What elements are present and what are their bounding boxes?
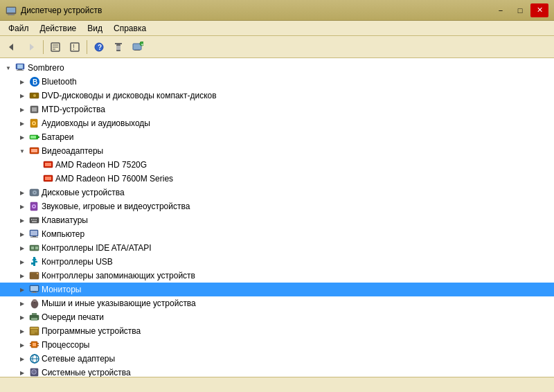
svg-rect-57 <box>30 231 37 235</box>
expander-keyboard[interactable]: ▶ <box>17 215 28 226</box>
expander-audio[interactable]: ▶ <box>17 118 28 129</box>
remove-button[interactable] <box>109 38 127 56</box>
menu-action[interactable]: Действие <box>35 21 82 35</box>
svg-rect-54 <box>35 219 37 220</box>
tree-node-system[interactable]: ▶Системные устройства <box>0 366 554 377</box>
menu-view[interactable]: Вид <box>82 21 108 35</box>
expander-sw[interactable]: ▶ <box>17 326 28 337</box>
svg-marker-5 <box>30 44 34 51</box>
tree-node-computer[interactable]: ▶Компьютер <box>0 227 554 241</box>
tree-node-video[interactable]: ▼Видеоадаптеры <box>0 144 554 158</box>
svg-rect-14 <box>115 43 122 44</box>
icon-audio <box>29 118 40 129</box>
tree-node-printer[interactable]: ▶Очереди печати <box>0 310 554 324</box>
svg-point-47 <box>34 192 35 193</box>
update-button[interactable]: ! <box>66 38 84 56</box>
icon-mtd <box>29 104 40 115</box>
label-computer: Компьютер <box>42 229 84 239</box>
icon-printer <box>29 312 40 323</box>
icon-sound <box>29 201 40 212</box>
icon-keyboard <box>29 215 40 226</box>
tree-node-usb[interactable]: ▶Контроллеры USB <box>0 255 554 269</box>
properties-button[interactable] <box>46 38 64 56</box>
tree-node-sombrero[interactable]: ▼Sombrero <box>0 61 554 75</box>
tree-node-battery[interactable]: ▶Батареи <box>0 130 554 144</box>
expander-system[interactable]: ▶ <box>17 367 28 377</box>
svg-marker-4 <box>9 44 13 51</box>
icon-disk <box>29 187 40 198</box>
menubar: Файл Действие Вид Справка <box>0 21 554 36</box>
tree-node-keyboard[interactable]: ▶Клавиатуры <box>0 213 554 227</box>
tree-node-storage[interactable]: ▶Контроллеры запоминающих устройств <box>0 269 554 283</box>
svg-text:+: + <box>141 42 144 46</box>
tree-node-dvd[interactable]: ▶DVD-дисководы и дисководы компакт-диско… <box>0 89 554 103</box>
help-button[interactable]: ? <box>90 38 108 56</box>
tree-node-sw[interactable]: ▶Программные устройства <box>0 324 554 338</box>
close-button[interactable]: ✕ <box>530 3 548 17</box>
expander-sombrero[interactable]: ▼ <box>3 62 14 73</box>
svg-rect-52 <box>31 219 33 220</box>
svg-rect-65 <box>31 262 34 265</box>
tree-node-cpu[interactable]: ▶Процессоры <box>0 338 554 352</box>
expander-disk[interactable]: ▶ <box>17 187 28 198</box>
scan-button[interactable]: + <box>129 38 147 56</box>
maximize-button[interactable]: □ <box>511 3 529 17</box>
icon-sombrero <box>15 62 26 73</box>
main-content: ▼Sombrero▶BBluetooth▶DVD-дисководы и дис… <box>0 58 554 377</box>
tree-node-disk[interactable]: ▶Дисковые устройства <box>0 186 554 199</box>
expander-network[interactable]: ▶ <box>17 353 28 364</box>
label-network: Сетевые адаптеры <box>42 354 115 364</box>
expander-storage[interactable]: ▶ <box>17 270 28 281</box>
expander-bluetooth[interactable]: ▶ <box>17 76 28 87</box>
menu-help[interactable]: Справка <box>108 21 152 35</box>
tree-node-monitors[interactable]: ▶Мониторы <box>0 283 554 296</box>
titlebar: Диспетчер устройств − □ ✕ <box>0 0 554 21</box>
tree-node-sound[interactable]: ▶Звуковые, игровые и видеоустройства <box>0 199 554 213</box>
expander-computer[interactable]: ▶ <box>17 229 28 240</box>
expander-printer[interactable]: ▶ <box>17 312 28 323</box>
tree-node-mouse[interactable]: ▶Мыши и иные указывающие устройства <box>0 296 554 310</box>
svg-rect-2 <box>9 14 13 15</box>
svg-rect-32 <box>32 107 37 112</box>
tree-node-audio[interactable]: ▶Аудиовходы и аудиовыходы <box>0 116 554 130</box>
statusbar <box>0 377 554 392</box>
expander-mouse[interactable]: ▶ <box>17 298 28 309</box>
back-button[interactable] <box>3 38 21 56</box>
tree-node-mtd[interactable]: ▶MTD-устройства <box>0 103 554 116</box>
label-mtd: MTD-устройства <box>42 105 105 114</box>
svg-rect-55 <box>32 221 37 222</box>
icon-dvd <box>29 90 40 101</box>
expander-ide[interactable]: ▶ <box>17 242 28 253</box>
svg-rect-40 <box>31 149 37 152</box>
svg-rect-72 <box>30 286 38 291</box>
svg-rect-82 <box>30 328 38 329</box>
label-keyboard: Клавиатуры <box>42 215 88 225</box>
svg-point-50 <box>33 206 35 207</box>
svg-rect-62 <box>35 247 38 249</box>
expander-mtd[interactable]: ▶ <box>17 104 28 115</box>
toolbar: ! ? + <box>0 36 554 58</box>
expander-cpu[interactable]: ▶ <box>17 339 28 350</box>
tree-node-ide[interactable]: ▶Контроллеры IDE ATA/ATAPI <box>0 241 554 255</box>
expander-monitors[interactable]: ▶ <box>17 284 28 295</box>
expander-sound[interactable]: ▶ <box>17 201 28 212</box>
menu-file[interactable]: Файл <box>3 21 35 35</box>
forward-button[interactable] <box>22 38 40 56</box>
svg-rect-38 <box>30 136 36 139</box>
expander-dvd[interactable]: ▶ <box>17 90 28 101</box>
label-storage: Контроллеры запоминающих устройств <box>42 271 195 280</box>
label-cpu: Процессоры <box>42 340 90 350</box>
expander-video[interactable]: ▼ <box>17 145 28 157</box>
tree-node-network[interactable]: ▶Сетевые адаптеры <box>0 352 554 366</box>
minimize-button[interactable]: − <box>492 3 510 17</box>
tree-node-amd2[interactable]: AMD Radeon HD 7600M Series <box>0 172 554 186</box>
device-tree[interactable]: ▼Sombrero▶BBluetooth▶DVD-дисководы и дис… <box>0 58 554 377</box>
label-usb: Контроллеры USB <box>42 257 113 267</box>
expander-usb[interactable]: ▶ <box>17 256 28 267</box>
label-audio: Аудиовходы и аудиовыходы <box>42 118 150 128</box>
icon-storage <box>29 270 40 281</box>
tree-node-amd1[interactable]: AMD Radeon HD 7520G <box>0 158 554 172</box>
svg-text:?: ? <box>98 44 102 51</box>
expander-battery[interactable]: ▶ <box>17 132 28 143</box>
tree-node-bluetooth[interactable]: ▶BBluetooth <box>0 75 554 89</box>
